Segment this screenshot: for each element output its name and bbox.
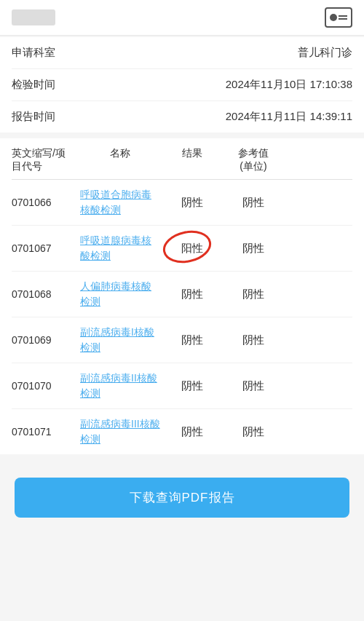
row-1-code: 0701067	[12, 242, 77, 254]
report-time-value: 2024年11月11日 14:39:11	[226, 110, 352, 124]
department-label: 申请科室	[12, 46, 55, 60]
table-row: 0701071 副流感病毒III核酸检测 阴性 阴性	[12, 409, 352, 454]
info-section: 申请科室 普儿科门诊 检验时间 2024年11月10日 17:10:38 报告时…	[0, 37, 364, 132]
table-row: 0701066 呼吸道合胞病毒核酸检测 阴性 阴性	[12, 180, 352, 226]
row-4-code: 0701070	[12, 380, 77, 392]
row-4-name[interactable]: 副流感病毒II核酸检测	[80, 371, 160, 401]
row-3-code: 0701069	[12, 334, 77, 346]
top-bar	[0, 0, 364, 36]
test-time-row: 检验时间 2024年11月10日 17:10:38	[12, 69, 352, 101]
col-header-reference: 参考值(单位)	[224, 147, 282, 173]
download-pdf-button[interactable]: 下载查询PDF报告	[15, 478, 349, 518]
department-row: 申请科室 普儿科门诊	[12, 37, 352, 69]
table-row: 0701070 副流感病毒II核酸检测 阴性 阴性	[12, 363, 352, 409]
row-2-name[interactable]: 人偏肺病毒核酸检测	[80, 279, 160, 309]
row-0-reference: 阴性	[224, 196, 282, 210]
row-2-code: 0701068	[12, 288, 77, 300]
row-0-code: 0701066	[12, 197, 77, 208]
col-header-code: 英文缩写/项目代号	[12, 147, 77, 173]
department-value: 普儿科门诊	[298, 46, 352, 60]
row-4-reference: 阴性	[224, 379, 282, 393]
row-3-result: 阴性	[163, 333, 221, 347]
report-time-label: 报告时间	[12, 110, 55, 124]
col-header-name: 名称	[80, 147, 160, 173]
row-5-name[interactable]: 副流感病毒III核酸检测	[80, 416, 160, 447]
circle-svg	[161, 229, 213, 265]
bottom-area: 下载查询PDF报告	[0, 460, 364, 539]
svg-point-0	[162, 229, 213, 265]
row-3-name[interactable]: 副流感病毒I核酸检测	[80, 325, 160, 355]
row-2-reference: 阴性	[224, 288, 282, 301]
circle-annotation: 阳性	[181, 242, 203, 256]
row-1-reference: 阴性	[224, 242, 282, 256]
row-5-reference: 阴性	[224, 425, 282, 439]
report-time-row: 报告时间 2024年11月11日 14:39:11	[12, 101, 352, 132]
table-section: 英文缩写/项目代号 名称 结果 参考值(单位) 0701066 呼吸道合胞病毒核…	[0, 138, 364, 454]
row-1-result: 阳性	[163, 242, 221, 256]
row-5-result: 阴性	[163, 425, 221, 439]
row-5-code: 0701071	[12, 426, 77, 438]
row-1-name[interactable]: 呼吸道腺病毒核酸检测	[80, 233, 160, 264]
test-time-label: 检验时间	[12, 78, 55, 92]
top-bar-left	[12, 9, 55, 25]
row-2-result: 阴性	[163, 288, 221, 301]
table-row: 0701068 人偏肺病毒核酸检测 阴性 阴性	[12, 272, 352, 317]
row-0-result: 阴性	[163, 196, 221, 210]
test-time-value: 2024年11月10日 17:10:38	[226, 78, 352, 92]
id-card-icon[interactable]	[325, 7, 352, 28]
col-header-result: 结果	[163, 147, 221, 173]
row-3-reference: 阴性	[224, 333, 282, 347]
table-header: 英文缩写/项目代号 名称 结果 参考值(单位)	[12, 138, 352, 180]
logo	[12, 9, 55, 25]
table-row: 0701067 呼吸道腺病毒核酸检测 阳性 阴性	[12, 226, 352, 272]
table-row: 0701069 副流感病毒I核酸检测 阴性 阴性	[12, 317, 352, 363]
row-0-name[interactable]: 呼吸道合胞病毒核酸检测	[80, 187, 160, 218]
row-4-result: 阴性	[163, 379, 221, 393]
